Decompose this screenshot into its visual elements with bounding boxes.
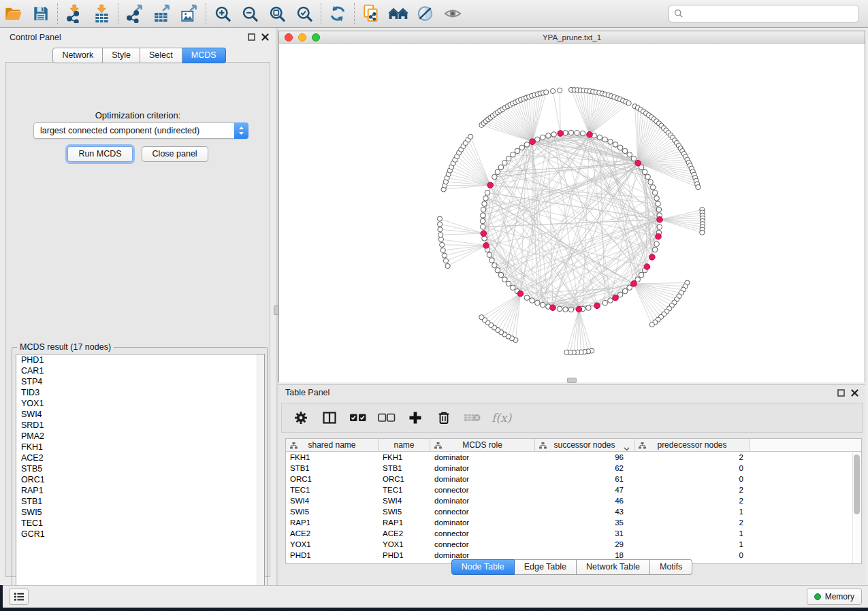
- search-field[interactable]: [669, 5, 859, 22]
- network-node[interactable]: [524, 295, 530, 301]
- deselect-all-button[interactable]: [374, 406, 399, 430]
- sort-descending-icon[interactable]: [624, 444, 630, 453]
- cell-successor-nodes[interactable]: 29: [535, 540, 634, 548]
- table-row[interactable]: STB1STB1dominator620: [286, 463, 861, 474]
- network-node[interactable]: [654, 242, 660, 247]
- toggle-columns-button[interactable]: [317, 406, 342, 430]
- network-node[interactable]: [551, 88, 556, 93]
- network-node[interactable]: [481, 213, 486, 218]
- mcds-result-item[interactable]: STP4: [16, 376, 264, 387]
- cell-MCDS-role[interactable]: dominator: [430, 453, 535, 461]
- network-node[interactable]: [622, 148, 628, 154]
- network-node[interactable]: [485, 190, 490, 195]
- toggle-graphics-details-button[interactable]: [412, 1, 439, 26]
- close-window-icon[interactable]: [285, 33, 293, 42]
- network-node[interactable]: [506, 156, 511, 161]
- network-node[interactable]: [535, 300, 541, 306]
- cell-name[interactable]: TEC1: [379, 486, 430, 494]
- column-header-MCDS-role[interactable]: MCDS role: [430, 439, 535, 451]
- network-node[interactable]: [575, 131, 580, 136]
- network-node[interactable]: [502, 277, 508, 282]
- tab-select[interactable]: Select: [140, 48, 182, 63]
- zoom-out-button[interactable]: [236, 1, 263, 26]
- network-node[interactable]: [480, 218, 485, 224]
- network-hub-node[interactable]: [594, 303, 600, 309]
- column-header-predecessor-nodes[interactable]: predecessor nodes: [634, 439, 750, 451]
- cell-MCDS-role[interactable]: connector: [430, 529, 535, 538]
- memory-button[interactable]: Memory: [807, 589, 862, 605]
- network-node[interactable]: [511, 152, 516, 158]
- network-node[interactable]: [502, 161, 508, 166]
- network-node[interactable]: [622, 288, 628, 294]
- tab-edge-table[interactable]: Edge Table: [515, 559, 577, 575]
- network-node[interactable]: [483, 196, 489, 201]
- network-node[interactable]: [613, 142, 618, 148]
- mcds-result-item[interactable]: RAP1: [16, 485, 264, 496]
- network-hub-node[interactable]: [613, 295, 619, 301]
- cell-predecessor-nodes[interactable]: 0: [634, 464, 750, 472]
- table-scrollbar-thumb[interactable]: [854, 455, 860, 514]
- import-table-button[interactable]: [88, 1, 115, 26]
- network-node[interactable]: [495, 267, 500, 273]
- network-hub-node[interactable]: [576, 306, 582, 312]
- table-row[interactable]: FKH1FKH1dominator962: [286, 452, 861, 463]
- network-node[interactable]: [443, 259, 448, 263]
- network-node[interactable]: [479, 315, 484, 320]
- network-node[interactable]: [495, 169, 500, 175]
- export-image-button[interactable]: [176, 1, 203, 26]
- column-header-name[interactable]: name: [379, 439, 430, 451]
- cell-successor-nodes[interactable]: 18: [535, 551, 634, 559]
- mcds-result-item[interactable]: GCR1: [16, 529, 264, 540]
- table-row[interactable]: TEC1TEC1connector472: [286, 484, 861, 495]
- cell-MCDS-role[interactable]: dominator: [430, 464, 535, 472]
- cell-name[interactable]: SWI4: [379, 497, 430, 505]
- network-node[interactable]: [437, 216, 442, 221]
- mcds-result-item[interactable]: STB5: [16, 463, 264, 474]
- network-node[interactable]: [631, 156, 637, 161]
- network-node[interactable]: [568, 307, 574, 312]
- network-node[interactable]: [519, 145, 525, 150]
- show-all-panels-button[interactable]: [385, 1, 412, 26]
- network-node[interactable]: [652, 247, 658, 252]
- network-node[interactable]: [656, 207, 662, 212]
- table-row[interactable]: SWI4SWI4dominator462: [286, 495, 861, 506]
- open-file-button[interactable]: [0, 1, 27, 26]
- network-node[interactable]: [511, 285, 516, 291]
- cell-predecessor-nodes[interactable]: 1: [634, 540, 750, 548]
- mcds-result-item[interactable]: FKH1: [16, 442, 264, 452]
- mcds-result-item[interactable]: ORC1: [16, 474, 264, 485]
- cell-shared-name[interactable]: PHD1: [286, 551, 379, 559]
- task-history-button[interactable]: [9, 589, 29, 605]
- refresh-view-button[interactable]: [324, 1, 351, 26]
- mcds-result-item[interactable]: CAR1: [16, 365, 264, 376]
- tab-mcds[interactable]: MCDS: [182, 48, 226, 63]
- table-row[interactable]: ORC1ORC1dominator610: [286, 474, 861, 484]
- cell-MCDS-role[interactable]: connector: [430, 540, 535, 548]
- table-scrollbar[interactable]: [852, 452, 861, 563]
- cell-shared-name[interactable]: RAP1: [286, 518, 379, 527]
- tab-style[interactable]: Style: [103, 48, 140, 63]
- network-node[interactable]: [626, 101, 631, 105]
- cell-name[interactable]: STB1: [379, 464, 430, 472]
- network-node[interactable]: [481, 207, 486, 212]
- cell-successor-nodes[interactable]: 62: [535, 464, 634, 472]
- network-hub-node[interactable]: [631, 281, 637, 287]
- network-node[interactable]: [657, 225, 662, 230]
- cell-predecessor-nodes[interactable]: 2: [634, 486, 750, 494]
- table-settings-button[interactable]: [289, 406, 313, 430]
- cell-successor-nodes[interactable]: 31: [535, 529, 634, 538]
- network-node[interactable]: [540, 135, 545, 140]
- mcds-result-item[interactable]: PMA2: [16, 431, 264, 442]
- cell-predecessor-nodes[interactable]: 2: [634, 497, 750, 505]
- cell-shared-name[interactable]: ACE2: [286, 529, 379, 538]
- network-node[interactable]: [564, 350, 569, 354]
- cell-name[interactable]: FKH1: [379, 453, 430, 461]
- network-node[interactable]: [627, 152, 632, 158]
- mcds-result-item[interactable]: SRD1: [16, 420, 264, 431]
- cell-shared-name[interactable]: YOX1: [286, 540, 379, 548]
- add-row-button[interactable]: [403, 406, 428, 430]
- cell-predecessor-nodes[interactable]: 1: [634, 508, 750, 516]
- cell-predecessor-nodes[interactable]: 0: [634, 475, 750, 483]
- network-node[interactable]: [481, 225, 486, 230]
- network-hub-node[interactable]: [481, 231, 487, 237]
